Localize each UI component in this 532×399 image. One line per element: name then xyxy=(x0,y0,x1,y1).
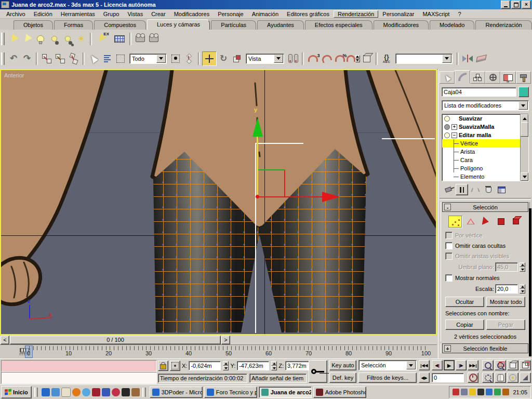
def-key-button[interactable]: Def. key xyxy=(329,373,356,383)
gizmo-xy-handle-red[interactable] xyxy=(284,170,285,197)
snap-angle-icon[interactable] xyxy=(320,52,333,65)
tray-antivirus-icon[interactable] xyxy=(494,389,501,395)
stack-row-suavizar[interactable]: Suavizar xyxy=(442,114,528,123)
toolbar-grip[interactable] xyxy=(1,33,5,45)
go-start-button[interactable] xyxy=(419,360,430,370)
arc-rotate-icon[interactable] xyxy=(507,373,518,383)
por-vertice-checkbox[interactable] xyxy=(445,232,453,239)
vertex-subobject-button[interactable] xyxy=(448,216,462,228)
outlook-icon[interactable] xyxy=(51,388,60,396)
absolute-mode-button[interactable] xyxy=(170,361,180,371)
selection-lock-button[interactable] xyxy=(158,361,168,371)
winamp-icon[interactable] xyxy=(131,388,140,396)
menu-renderizacion[interactable]: Renderización xyxy=(334,10,378,18)
sunlight-icon[interactable]: ☀ xyxy=(74,32,88,46)
select-icon[interactable] xyxy=(87,52,100,65)
task-juana-de-arco[interactable]: Juana de arco2.... xyxy=(259,387,312,398)
coord-system-dropdown[interactable]: Vista xyxy=(246,54,284,64)
collapse-rollout-icon[interactable]: - xyxy=(444,204,451,210)
modify-tab[interactable] xyxy=(455,70,470,84)
front-viewport[interactable]: y Anterior z x xyxy=(0,69,437,335)
close-button[interactable]: × xyxy=(522,1,531,9)
target-direct-icon[interactable] xyxy=(47,32,61,46)
bulb-icon[interactable] xyxy=(444,124,450,130)
tray-update-icon[interactable] xyxy=(502,389,509,395)
menu-ayuda[interactable]: ? xyxy=(454,10,465,18)
media-player-icon[interactable] xyxy=(72,388,81,396)
key-filters-button[interactable]: Filtros de keys... xyxy=(358,373,417,383)
region-rect-icon[interactable] xyxy=(114,52,127,65)
menu-edicion[interactable]: Edición xyxy=(30,10,57,18)
bind-spacewarp-icon[interactable] xyxy=(67,52,81,65)
bulb-icon[interactable] xyxy=(444,132,450,138)
umbral-plano-field[interactable]: 45,0 xyxy=(495,262,518,272)
use-pivot-icon[interactable] xyxy=(182,52,196,65)
stack-row-elemento[interactable]: Elemento xyxy=(442,172,528,181)
snap-spinner-icon[interactable] xyxy=(347,52,360,65)
expand-icon[interactable] xyxy=(451,124,457,130)
use-center-icon[interactable] xyxy=(286,52,300,65)
track-bar[interactable]: 0 10 20 30 40 50 60 70 80 90 100 xyxy=(0,344,437,359)
minmax-toggle-icon[interactable] xyxy=(520,373,531,383)
bulb-icon[interactable] xyxy=(444,116,450,122)
mostrar-todo-button[interactable]: Mostrar todo xyxy=(486,297,525,307)
play-button[interactable] xyxy=(444,360,455,370)
free-spotlight-icon[interactable] xyxy=(20,32,34,46)
menu-personalizar[interactable]: Personalizar xyxy=(378,10,418,18)
panel-scrollbar[interactable] xyxy=(529,208,531,356)
stack-row-arista[interactable]: Arista xyxy=(442,148,528,156)
snap-3d-icon[interactable]: 3 xyxy=(306,52,320,65)
y-coord-spinner[interactable] xyxy=(271,361,277,370)
configure-stack-icon[interactable] xyxy=(496,184,507,195)
selected-vertex[interactable] xyxy=(256,195,259,198)
collapse-icon[interactable] xyxy=(451,132,457,138)
polygon-subobject-button[interactable] xyxy=(495,216,508,227)
tab-luces-y-camaras[interactable]: Luces y cámaras xyxy=(147,19,210,30)
element-subobject-button[interactable] xyxy=(510,216,523,227)
tray-network-icon[interactable] xyxy=(486,389,493,395)
x-coord-field[interactable]: -0,624m xyxy=(189,361,221,370)
menu-personaje[interactable]: Personaje xyxy=(214,10,248,18)
unlink-icon[interactable] xyxy=(54,52,67,65)
make-unique-icon[interactable] xyxy=(470,184,481,195)
named-sets-dropdown[interactable] xyxy=(395,54,453,64)
tray-key-icon[interactable] xyxy=(469,389,476,395)
tray-mail-icon[interactable] xyxy=(453,389,459,395)
dropdown-arrow-icon[interactable] xyxy=(518,101,528,110)
undo-icon[interactable]: ↶ xyxy=(7,52,20,65)
window-crossing-icon[interactable] xyxy=(169,52,182,65)
umbral-plano-spinner[interactable] xyxy=(520,262,525,272)
menu-grupo[interactable]: Grupo xyxy=(99,10,124,18)
time-prev-button[interactable]: < xyxy=(1,336,9,344)
phone-icon[interactable] xyxy=(122,388,130,396)
tab-modificadores[interactable]: Modificadores xyxy=(374,20,429,30)
edge-subobject-button[interactable] xyxy=(464,216,477,227)
show-desktop-icon[interactable] xyxy=(61,388,71,397)
tab-ayudantes[interactable]: Ayudantes xyxy=(257,20,304,30)
key-mode-button[interactable] xyxy=(419,373,430,383)
toolbar-grip[interactable] xyxy=(1,52,5,65)
display-tab[interactable] xyxy=(500,71,515,84)
gizmo-y-shaft[interactable] xyxy=(257,126,258,197)
scroll-up-icon[interactable] xyxy=(521,114,528,123)
stack-row-editar-malla[interactable]: Editar malla xyxy=(442,131,528,139)
gizmo-x-shaft[interactable] xyxy=(258,196,324,197)
key-auto-button[interactable]: Key auto xyxy=(329,360,356,370)
webcam-icon[interactable] xyxy=(92,388,100,396)
select-scale-icon[interactable] xyxy=(230,52,244,65)
gizmo-y-arrow[interactable] xyxy=(252,118,263,137)
maxscript-listener-pink[interactable] xyxy=(1,360,157,372)
pin-stack-icon[interactable] xyxy=(443,184,454,195)
tab-modelado[interactable]: Modelado xyxy=(430,20,474,30)
stack-row-poligono[interactable]: Polígono xyxy=(442,164,528,172)
redo-icon[interactable]: ↷ xyxy=(20,52,34,65)
scroll-thumb[interactable] xyxy=(521,122,528,137)
object-name-field[interactable]: Caja04 xyxy=(442,87,516,97)
align-icon[interactable] xyxy=(474,52,488,65)
omni-light-icon[interactable] xyxy=(34,32,47,46)
gizmo-x-arrow[interactable] xyxy=(322,192,340,202)
scroll-down-icon[interactable] xyxy=(521,172,528,181)
dropdown-arrow-icon[interactable] xyxy=(156,55,166,63)
copiar-button[interactable]: Copiar xyxy=(445,320,484,330)
dropdown-arrow-icon[interactable] xyxy=(406,361,416,369)
